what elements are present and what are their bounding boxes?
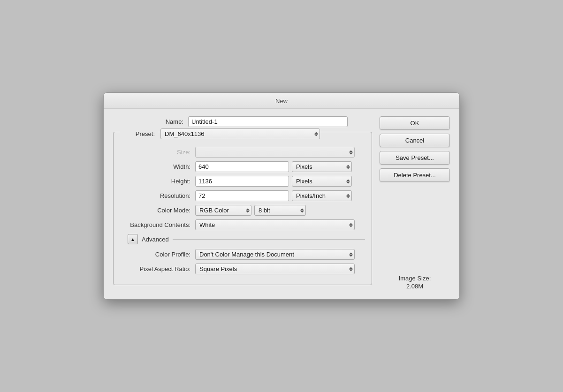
advanced-divider [173,239,365,240]
preset-select-wrapper: DM_640x1136 [160,128,320,139]
background-contents-label: Background Contents: [120,221,195,228]
delete-preset-button[interactable]: Delete Preset... [380,168,450,182]
width-unit-select[interactable]: Pixels Inches Centimeters [292,161,352,172]
color-profile-wrapper: Don't Color Manage this Document sRGB IE… [195,249,355,260]
image-size-value: 2.08M [380,283,450,290]
save-preset-button[interactable]: Save Preset... [380,151,450,165]
height-row: Height: Pixels Inches Centimeters [120,176,365,187]
resolution-unit-select[interactable]: Pixels/Inch Pixels/Centimeter [292,190,352,201]
resolution-row: Resolution: Pixels/Inch Pixels/Centimete… [120,190,365,201]
cancel-button[interactable]: Cancel [380,134,450,147]
image-size-label: Image Size: [380,275,450,282]
resolution-input[interactable] [195,190,289,201]
advanced-label: Advanced [142,236,169,243]
width-label: Width: [120,163,195,170]
bit-depth-wrapper: 8 bit 16 bit 32 bit [251,205,306,216]
height-input[interactable] [195,176,289,187]
pixel-aspect-row: Pixel Aspect Ratio: Square Pixels D1/DV … [120,264,365,274]
preset-group: Preset: DM_640x1136 Size: [113,132,372,285]
color-mode-select[interactable]: RGB Color Grayscale CMYK Color [195,205,251,216]
height-unit-wrapper: Pixels Inches Centimeters [289,176,352,187]
width-row: Width: Pixels Inches Centimeters [120,161,365,172]
color-profile-label: Color Profile: [120,251,195,258]
name-row: Name: [113,116,372,127]
preset-select[interactable]: DM_640x1136 [160,128,320,139]
size-label: Size: [120,149,195,156]
size-row: Size: [120,147,365,158]
advanced-toggle-button[interactable]: ▲ [128,234,138,244]
advanced-section: ▲ Advanced Color Profile: D [120,234,365,274]
height-unit-select[interactable]: Pixels Inches Centimeters [292,176,352,187]
color-mode-wrapper: RGB Color Grayscale CMYK Color [195,205,251,216]
preset-label: Preset: [120,130,158,137]
ok-button[interactable]: OK [380,116,450,130]
width-input[interactable] [195,161,289,172]
resolution-unit-wrapper: Pixels/Inch Pixels/Centimeter [289,190,352,201]
resolution-label: Resolution: [120,192,195,199]
right-panel: OK Cancel Save Preset... Delete Preset..… [380,116,450,290]
advanced-header: ▲ Advanced [120,234,365,244]
dialog-title: New [104,93,459,109]
width-unit-wrapper: Pixels Inches Centimeters [289,161,352,172]
bit-depth-select[interactable]: 8 bit 16 bit 32 bit [254,205,306,216]
name-input[interactable] [188,116,348,127]
height-label: Height: [120,178,195,185]
pixel-aspect-label: Pixel Aspect Ratio: [120,265,195,272]
size-select[interactable] [195,147,355,158]
color-profile-select[interactable]: Don't Color Manage this Document sRGB IE… [195,249,355,260]
left-panel: Name: Preset: DM_640x1136 [113,116,372,290]
image-size-section: Image Size: 2.08M [380,265,450,290]
preset-row: Preset: DM_640x1136 [120,128,365,139]
name-label: Name: [113,118,188,125]
pixel-aspect-wrapper: Square Pixels D1/DV NTSC (0.91) D1/DV PA… [195,264,355,274]
size-select-wrapper [195,147,355,158]
color-mode-label: Color Mode: [120,207,195,214]
advanced-toggle-icon: ▲ [130,237,135,242]
inner-form: Size: Width: [120,144,365,274]
color-profile-row: Color Profile: Don't Color Manage this D… [120,249,365,260]
color-mode-row: Color Mode: RGB Color Grayscale CMYK Col… [120,205,365,216]
background-contents-wrapper: White Background Color Transparent [195,219,355,230]
background-contents-row: Background Contents: White Background Co… [120,219,365,230]
pixel-aspect-select[interactable]: Square Pixels D1/DV NTSC (0.91) D1/DV PA… [195,264,355,274]
advanced-fields: Color Profile: Don't Color Manage this D… [120,249,365,274]
new-document-dialog: New Name: Preset: DM_640x1136 [103,92,460,300]
background-contents-select[interactable]: White Background Color Transparent [195,219,355,230]
